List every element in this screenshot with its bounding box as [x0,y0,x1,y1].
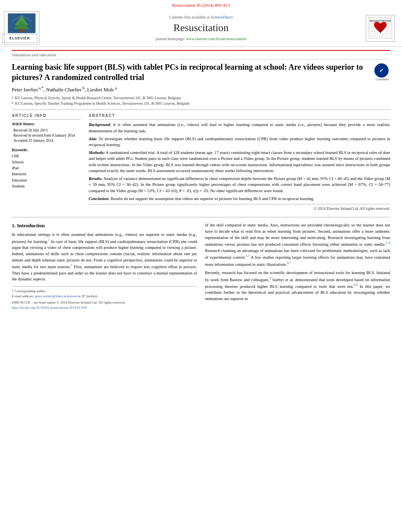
keyword-education: Education [12,178,81,184]
abstract-aim: Aim: To investigate whether learning bas… [89,136,390,148]
resuscitation-logo-box: RESUSCITATION [366,15,395,42]
accepted-date: Accepted 21 January 2014 [13,138,81,143]
abstract-content: Background: It is often assumed that ani… [89,122,390,202]
results-text: Analysis of variance demonstrated no sig… [89,176,390,193]
article-info-section: ARTICLE INFO Article history: Received 2… [12,113,81,143]
svg-rect-3 [20,29,24,32]
keyword-schools: Schools [12,159,81,165]
conclusion-label: Conclusion: [89,196,110,201]
sciencedirect-link[interactable]: ScienceDirect [210,15,233,19]
abstract-header: ABSTRACT [89,113,390,120]
info-abstract-columns: ARTICLE INFO Article history: Received 2… [12,113,390,211]
doi-url[interactable]: http://dx.doi.org/10.1016/j.resuscitatio… [12,305,197,310]
article-content: Simulation and education Learning basic … [0,50,402,318]
email-line: E-mail address: peter.iserbyt@faber.kule… [12,294,197,299]
keyword-instructor: Instructor [12,171,81,177]
sciencedirect-label: Contents lists available at [169,15,209,19]
keywords-section: Keywords: CPR Schools iPad Instructor Ed… [12,148,81,189]
homepage-url[interactable]: www.elsevier.com/locate/resuscitation [186,37,247,41]
abstract-column: ABSTRACT Background: It is often assumed… [89,113,390,211]
results-label: Results: [89,176,102,181]
methods-text: A randomized controlled trial. A total o… [89,150,390,173]
abstract-methods: Methods: A randomized controlled trial. … [89,150,390,174]
received-date: Received 20 July 2013 [13,128,81,133]
doi-license: 0300-9572/$ – see front matter © 2014 El… [12,300,197,305]
keyword-ipad: iPad [12,165,81,171]
journal-header: Resuscitation 85 (2014) 809–813 ELSEVIER [0,0,402,47]
aim-text: To investigate whether learning basic li… [89,137,390,147]
copyright-line: © 2014 Elsevier Ireland Ltd. All rights … [89,204,390,211]
sciencedirect-line: Contents lists available at ScienceDirec… [43,15,359,20]
article-info-header: ARTICLE INFO [12,113,81,120]
abstract-background: Background: It is often assumed that ani… [89,122,390,133]
intro-title: 1. Introduction [12,222,197,229]
body-right-column: of the skill compared to static media. A… [205,222,390,310]
page-wrapper: Resuscitation 85 (2014) 809–813 ELSEVIER [0,0,402,318]
header-center: Contents lists available at ScienceDirec… [43,11,359,45]
methods-label: Methods: [89,150,105,155]
journal-citation: Resuscitation 85 (2014) 809–813 [0,2,402,8]
background-text: It is often assumed that animations (i.e… [89,122,390,133]
divider-main [12,109,390,110]
author-nathalie: Nathalie Charlier [46,87,82,93]
revised-date: Received in revised form 8 January 2014 [13,133,81,138]
background-label: Background: [89,122,111,127]
keyword-students: Students [12,184,81,189]
article-title: Learning basic life support (BLS) with t… [12,62,374,82]
resuscitation-logo: RESUSCITATION [363,11,398,45]
body-columns: 1. Introduction In educational settings … [12,222,390,318]
aim-label: Aim: [89,137,97,141]
keywords-label: Keywords: [12,148,81,153]
affiliations: a KU Leuven, Physical Activity, Sports &… [12,95,390,107]
crossmark-icon: ✓ [374,63,389,78]
email-link[interactable]: peter.iserbyt@faber.kuleuven.be [35,294,81,298]
section-label: Simulation and education [12,50,390,59]
article-title-area: Learning basic life support (BLS) with t… [12,62,390,82]
conclusion-text: Results do not support the assumption th… [111,196,315,201]
crossmark-text: CrossMark [374,78,390,82]
intro-para-3: Recently, research has focused on the sc… [205,270,390,302]
article-history-label: Article history: [12,122,81,127]
author-liesbet: Liesbet Mols [87,87,114,93]
abstract-conclusion: Conclusion: Results do not support the a… [89,196,390,202]
intro-para-1: In educational settings it is often assu… [12,232,197,282]
elsevier-logo: ELSEVIER [4,11,39,45]
crossmark-logo: ✓ CrossMark [374,63,390,82]
abstract-results: Results: Analysis of variance demonstrat… [89,176,390,194]
affiliation-b: b KU Leuven, Specific Teacher Training P… [12,101,390,106]
body-left-column: 1. Introduction In educational settings … [12,222,197,310]
footnote-area: * Corresponding author. E-mail address: … [12,286,197,310]
divider-body [12,217,390,217]
elsevier-text: ELSEVIER [2,34,37,43]
article-info-column: ARTICLE INFO Article history: Received 2… [12,113,81,211]
journal-homepage-line: journal homepage: www.elsevier.com/locat… [43,36,359,42]
corresponding-label: * Corresponding author. [12,289,197,294]
author-peter: Peter Iserbyt [12,87,38,93]
journal-name: Resuscitation [43,21,359,35]
affiliation-a: a KU Leuven, Physical Activity, Sports &… [12,95,390,101]
svg-text:RESUSCITATION: RESUSCITATION [370,20,391,22]
authors-line: Peter Iserbyt a,*, Nathalie Charlier b, … [12,85,390,94]
homepage-label: journal homepage: [156,37,185,41]
intro-para-2: of the skill compared to static media. A… [205,222,390,267]
keyword-cpr: CPR [12,154,81,159]
